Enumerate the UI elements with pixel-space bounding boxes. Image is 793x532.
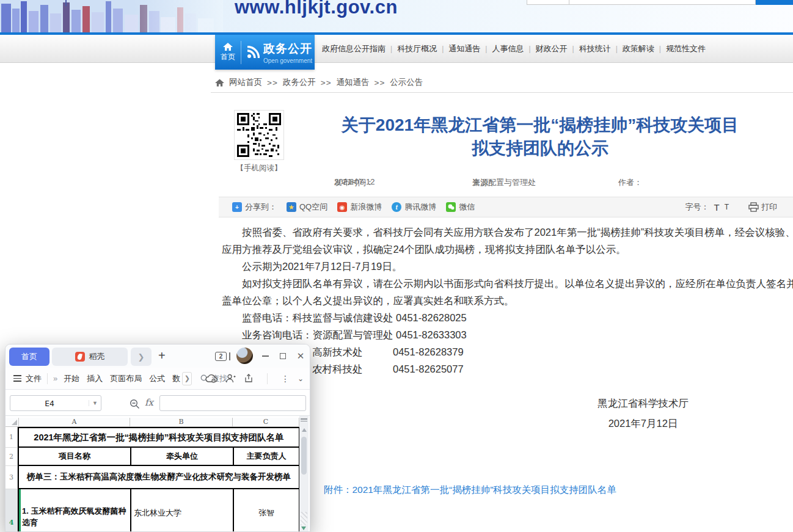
cell-title[interactable]: 2021年黑龙江省第一批“揭榜挂帅”科技攻关项目拟支持团队名单 [19, 428, 300, 448]
new-tab-button[interactable]: + [158, 349, 166, 363]
user-avatar[interactable] [236, 348, 253, 364]
attachment-link[interactable]: 2021年黑龙江省第一批“揭榜挂帅”科技攻关项目拟支持团队名单 [353, 484, 616, 497]
menu-data-clipped[interactable]: 数 [172, 373, 181, 384]
sheet-vertical-scrollbar[interactable] [299, 416, 309, 531]
docer-icon [75, 352, 85, 362]
attachment-label: 附件： [324, 484, 353, 497]
font-size-increase[interactable]: T [714, 202, 719, 213]
menu-formula[interactable]: 公式 [149, 373, 165, 384]
column-header-a[interactable]: A [19, 418, 130, 426]
nav-item-overview[interactable]: 科技厅概况 [397, 43, 437, 54]
open-government-title: 政务公开 [263, 41, 312, 57]
cell-leader[interactable]: 张智 [234, 489, 300, 532]
breadcrumb-open-gov[interactable]: 政务公开 [283, 77, 316, 88]
breadcrumb-notices[interactable]: 通知通告 [337, 77, 370, 88]
site-url-text: www.hljkjt.gov.cn [235, 0, 398, 18]
share-button[interactable]: + 分享到： [232, 202, 277, 213]
font-size-decrease[interactable]: T [725, 203, 729, 211]
nav-separator: | [616, 45, 618, 53]
select-all-corner[interactable] [5, 418, 19, 426]
share-tencent-label: 腾讯微博 [404, 202, 436, 213]
divider [267, 373, 268, 384]
nav-item-personnel[interactable]: 人事信息 [492, 43, 524, 54]
share-icon[interactable] [244, 374, 254, 383]
cloud-sync-icon[interactable] [205, 374, 217, 383]
chevron-down-icon[interactable]: ▼ [89, 400, 101, 406]
hamburger-icon [13, 375, 21, 382]
wps-window: 首页 稻壳 ❯ + 2 ✕ 文件 » 开始 插入 页面布局 公式 数 ❯ [5, 344, 310, 532]
cell-lead-unit-header[interactable]: 牵头单位 [131, 448, 234, 466]
tab-scroll-right-button[interactable]: ❯ [131, 348, 152, 366]
open-government-link[interactable]: 政务公开 Open government [241, 41, 315, 64]
nav-separator: | [390, 45, 392, 53]
menu-page-layout[interactable]: 页面布局 [110, 373, 142, 384]
formula-input[interactable] [159, 395, 306, 411]
more-options-icon[interactable]: ⋮ [281, 374, 290, 384]
nav-item-policy[interactable]: 政策解读 [623, 43, 654, 54]
share-qzone[interactable]: ★ QQ空间 [287, 202, 327, 213]
cell-leader-header[interactable]: 主要负责人 [234, 448, 300, 466]
row-header-3[interactable]: 3 [5, 466, 18, 489]
article-title-line1: 关于2021年黑龙江省第一批“揭榜挂帅”科技攻关项目 [287, 114, 793, 137]
divider [211, 92, 793, 93]
invite-user-icon[interactable] [225, 374, 236, 383]
nav-item-regulations[interactable]: 规范性文件 [666, 43, 706, 54]
nav-item-notices[interactable]: 通知通告 [448, 43, 480, 54]
share-wechat-label: 微信 [459, 202, 475, 213]
nav-separator: | [659, 45, 661, 53]
breadcrumb-announcements[interactable]: 公示公告 [390, 77, 423, 88]
chevron-down-icon[interactable]: ⌄ [298, 374, 304, 383]
split-handle[interactable] [299, 416, 309, 423]
share-tencent-weibo[interactable]: t 腾讯微博 [392, 202, 436, 213]
scroll-down-icon[interactable] [301, 527, 306, 530]
cell-lead-unit[interactable]: 东北林业大学 [131, 489, 234, 532]
search-input[interactable] [569, 0, 756, 5]
minimize-button[interactable] [258, 349, 272, 363]
cell-project-name[interactable]: 1. 玉米秸秆高效厌氧发酵菌种选育 [19, 489, 131, 532]
nav-item-info-guide[interactable]: 政府信息公开指南 [322, 43, 386, 54]
open-government-block: 首页 政务公开 Open government [215, 35, 315, 70]
search-button[interactable]: 搜 索 [756, 0, 793, 5]
row-header-4-selected[interactable]: 4 [5, 489, 18, 532]
body-line-consult-phone: 业务咨询电话：资源配置与管理处 0451-82633303 [222, 326, 793, 343]
zoom-search-icon[interactable] [130, 399, 140, 409]
print-button[interactable]: 打印 [748, 202, 777, 213]
column-header-b[interactable]: B [130, 418, 233, 426]
menu-file[interactable]: 文件 [26, 373, 42, 384]
signature-date: 2021年7月12日 [571, 414, 715, 434]
fx-icon: fx [145, 397, 153, 408]
cell-name-box[interactable]: E4 ▼ [10, 395, 101, 411]
nav-home-link[interactable]: 首页 [215, 43, 241, 62]
spreadsheet-area: A B C 1 2021年黑龙江省第一批“揭榜挂帅”科技攻关项目拟支持团队名单 … [5, 416, 310, 531]
scroll-up-icon[interactable] [302, 428, 307, 432]
wechat-icon [446, 202, 456, 212]
search-category-select[interactable]: 标题 ▾ [527, 0, 569, 5]
menu-overflow-button[interactable]: ❯ [182, 372, 192, 385]
breadcrumb-home[interactable]: 网站首页 [229, 77, 262, 88]
nav-separator: | [485, 45, 487, 53]
printer-icon [748, 202, 759, 212]
column-headers: A B C [5, 418, 300, 427]
nav-item-statistics[interactable]: 科技统计 [579, 43, 611, 54]
cell-project-name-header[interactable]: 项目名称 [19, 448, 131, 466]
scrollbar-thumb[interactable] [301, 437, 307, 475]
share-wechat[interactable]: 微信 [446, 202, 475, 213]
window-count-badge[interactable]: 2 [215, 352, 227, 361]
row-header-2[interactable]: 2 [5, 448, 18, 466]
close-button[interactable]: ✕ [294, 349, 307, 363]
maximize-button[interactable] [276, 349, 290, 363]
menu-insert[interactable]: 插入 [87, 373, 103, 384]
breadcrumb: 网站首页 >> 政务公开 >> 通知通告 >> 公示公告 [215, 77, 423, 88]
column-header-c[interactable]: C [233, 418, 299, 426]
row-header-1[interactable]: 1 [5, 427, 18, 448]
nav-item-finance[interactable]: 财政公开 [536, 43, 568, 54]
print-label: 打印 [761, 202, 777, 213]
city-skyline-image [0, 0, 223, 32]
cell-section-title[interactable]: 榜单三：玉米秸秆高温高浓度微生物发酵产业化技术研究与装备开发榜单 [19, 466, 300, 489]
share-sina-weibo[interactable]: ◉ 新浪微博 [337, 202, 382, 213]
menu-start[interactable]: 开始 [64, 373, 79, 384]
signature-org: 黑龙江省科学技术厅 [571, 393, 715, 414]
wps-tab-docer[interactable]: 稻壳 [52, 348, 128, 366]
collapse-ribbon-icon[interactable]: » [53, 374, 57, 383]
wps-tab-home[interactable]: 首页 [9, 348, 49, 366]
